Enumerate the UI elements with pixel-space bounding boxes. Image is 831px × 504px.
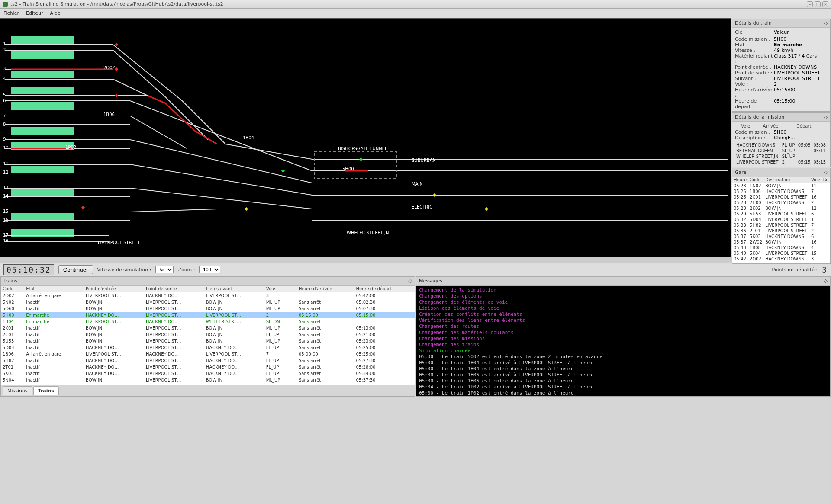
station-col[interactable]: Re: [822, 177, 830, 183]
messages-panel: Messages◇ Chargement de la simulationCha…: [416, 276, 831, 397]
mission-stop-row: HACKNEY DOWNSFL_UP05:0805:08: [735, 142, 828, 148]
log-line: 05:00 - Le train 1B06 est entré dans la …: [419, 378, 828, 384]
trains-col[interactable]: Point d'entrée: [84, 286, 144, 292]
undock-icon[interactable]: ◇: [824, 114, 828, 120]
minimize-button[interactable]: –: [807, 1, 813, 7]
svg-rect-42: [81, 206, 85, 209]
track-scrollbar[interactable]: [0, 257, 831, 263]
undock-icon[interactable]: ◇: [824, 278, 828, 284]
log-line: Chargement des routes: [419, 324, 828, 330]
log-line: Simulation chargée: [419, 348, 828, 354]
station-col[interactable]: Voie: [810, 177, 822, 183]
train-row[interactable]: 5N04InactifBOW JNLIVERPOOL ST…BOW JNML_U…: [1, 377, 415, 383]
svg-rect-9: [11, 213, 74, 221]
station-row[interactable]: 05:435N04LIVERPOOL STREET11: [732, 262, 830, 263]
train-row[interactable]: 5H00En marcheHACKNEY DO…LIVERPOOL ST…LIV…: [1, 312, 415, 318]
undock-icon[interactable]: ◇: [409, 278, 412, 284]
station-row[interactable]: 05:422O02HACKNEY DOWNS3: [732, 256, 830, 262]
svg-rect-46: [485, 207, 488, 211]
trains-col[interactable]: [292, 286, 297, 292]
trains-col[interactable]: Voie: [264, 286, 292, 292]
undock-icon[interactable]: ◇: [824, 20, 828, 26]
log-line: Vérification des liens entre éléments: [419, 318, 828, 324]
mission-stop-row: LIVERPOOL STREET205:1505:15: [735, 159, 828, 165]
station-col[interactable]: Destination: [764, 177, 810, 183]
train-row[interactable]: 2C01InactifBOW JNLIVERPOOL ST…BOW JNEL_U…: [1, 331, 415, 338]
station-row[interactable]: 05:405K04LIVERPOOL STREET15: [732, 250, 830, 256]
svg-rect-4: [11, 102, 74, 110]
maximize-button[interactable]: □: [815, 1, 821, 7]
station-row[interactable]: 05:282K02BOW JN12: [732, 205, 830, 211]
station-row[interactable]: 05:295U53LIVERPOOL STREET6: [732, 211, 830, 217]
trains-col[interactable]: Heure de départ: [354, 286, 415, 292]
penalty-value: 3: [822, 265, 828, 274]
train-row[interactable]: 5U53InactifBOW JNLIVERPOOL ST…BOW JNML_U…: [1, 338, 415, 344]
undock-icon[interactable]: ◇: [824, 170, 828, 175]
train-row[interactable]: 5K03InactifHACKNEY DO…LIVERPOOL ST…HACKN…: [1, 370, 415, 377]
menu-file[interactable]: Fichier: [3, 10, 19, 16]
mission-details-title: Détails de la mission: [735, 114, 784, 120]
menu-edit[interactable]: Editeur: [26, 10, 43, 16]
station-row[interactable]: 05:282H00HACKNEY DOWNS2: [732, 200, 830, 205]
train-row[interactable]: 2K01InactifBOW JNLIVERPOOL ST…BOW JNML_U…: [1, 325, 415, 331]
station-row[interactable]: 05:362T01LIVERPOOL STREET2: [732, 228, 830, 234]
zoom-select[interactable]: 100: [199, 266, 220, 273]
train-row[interactable]: 5H82InactifHACKNEY DO…LIVERPOOL ST…HACKN…: [1, 357, 415, 364]
speed-label: Vitesse de simulation :: [97, 267, 151, 273]
station-row[interactable]: 05:325D04LIVERPOOL STREET1: [732, 217, 830, 222]
log-line: 05:00 - Le train 1P02 est entré dans la …: [419, 390, 828, 396]
train-row[interactable]: 2T01InactifHACKNEY DO…LIVERPOOL ST…HACKN…: [1, 364, 415, 370]
trains-panel-title: Trains: [3, 278, 17, 284]
station-col[interactable]: Code: [748, 177, 764, 183]
log-line: Création des conflits entre éléments: [419, 311, 828, 318]
station-col[interactable]: Heure: [732, 177, 748, 183]
svg-rect-2: [11, 71, 74, 78]
station-row[interactable]: 05:262C01LIVERPOOL STREET16: [732, 194, 830, 200]
svg-rect-43: [281, 169, 285, 173]
detail-row: EtatEn marche: [735, 42, 828, 48]
station-row[interactable]: 05:372W02BOW JN16: [732, 239, 830, 245]
trains-col[interactable]: Heure d'arrivée: [297, 286, 354, 292]
svg-rect-7: [11, 166, 74, 173]
sim-clock: 05:10:32: [3, 264, 54, 275]
track-svg[interactable]: [0, 19, 731, 257]
close-button[interactable]: ×: [822, 1, 828, 7]
svg-rect-35: [314, 152, 396, 179]
svg-rect-1: [11, 51, 74, 59]
svg-rect-0: [11, 36, 74, 44]
track-diagram[interactable]: 123456789101112131415161718 BISHOPSGATE …: [0, 18, 731, 257]
train-row[interactable]: 5D04InactifHACKNEY DO…LIVERPOOL ST…HACKN…: [1, 344, 415, 351]
tab-missions[interactable]: Missions: [3, 386, 32, 395]
log-line: Liaison des éléments de voie: [419, 305, 828, 311]
train-row[interactable]: 1B06A l'arrêt en gareLIVERPOOL ST…HACKNE…: [1, 351, 415, 357]
train-row[interactable]: 5O60InactifBOW JNLIVERPOOL ST…BOW JNML_U…: [1, 305, 415, 312]
train-row[interactable]: 5N02InactifBOW JNLIVERPOOL ST…BOW JNML_U…: [1, 299, 415, 305]
station-row[interactable]: 05:401B08HACKNEY DOWNS4: [732, 245, 830, 250]
trains-panel: Trains◇ CodeEtatPoint d'entréePoint de s…: [0, 276, 415, 397]
svg-rect-8: [11, 189, 74, 197]
log-line: 05:00 - Le train 1B04 est entré dans la …: [419, 366, 828, 372]
trains-col[interactable]: Lieu suivant: [204, 286, 264, 292]
messages-log[interactable]: Chargement de la simulationChargement de…: [416, 286, 830, 396]
station-row[interactable]: 05:375K03HACKNEY DOWNS6: [732, 234, 830, 239]
tab-trains[interactable]: Trains: [33, 386, 59, 395]
detail-row: Heure d'arrivée :05:15:00: [735, 87, 828, 98]
speed-select[interactable]: 5x: [155, 266, 174, 273]
station-row[interactable]: 05:231N02BOW JN11: [732, 183, 830, 189]
trains-col[interactable]: Point de sortie: [144, 286, 204, 292]
detail-row: Heure de départ :05:15:00: [735, 98, 828, 109]
station-row[interactable]: 05:251B06HACKNEY DOWNS7: [732, 189, 830, 194]
station-row[interactable]: 05:335H82LIVERPOOL STREET7: [732, 222, 830, 228]
mission-stop-row: BETHNAL GREENSL_UP05:11: [735, 148, 828, 154]
train-row[interactable]: 2O02A l'arrêt en gareLIVERPOOL ST…HACKNE…: [1, 292, 415, 299]
train-row[interactable]: 1B04En marcheLIVERPOOL ST…HACKNEY DO…WHE…: [1, 318, 415, 325]
detail-row: Point d'entrée :HACKNEY DOWNS: [735, 64, 828, 70]
trains-col[interactable]: Etat: [24, 286, 84, 292]
continue-button[interactable]: Continuer: [58, 265, 93, 274]
detail-row: Voie :2: [735, 81, 828, 87]
window-title: ts2 - Train Signalling Simulation - /mnt…: [10, 1, 223, 7]
menu-help[interactable]: Aide: [50, 10, 61, 16]
window-titlebar: ts2 - Train Signalling Simulation - /mnt…: [0, 0, 831, 9]
mission-info-row: Description :ChingF…: [735, 135, 828, 141]
trains-col[interactable]: Code: [1, 286, 24, 292]
